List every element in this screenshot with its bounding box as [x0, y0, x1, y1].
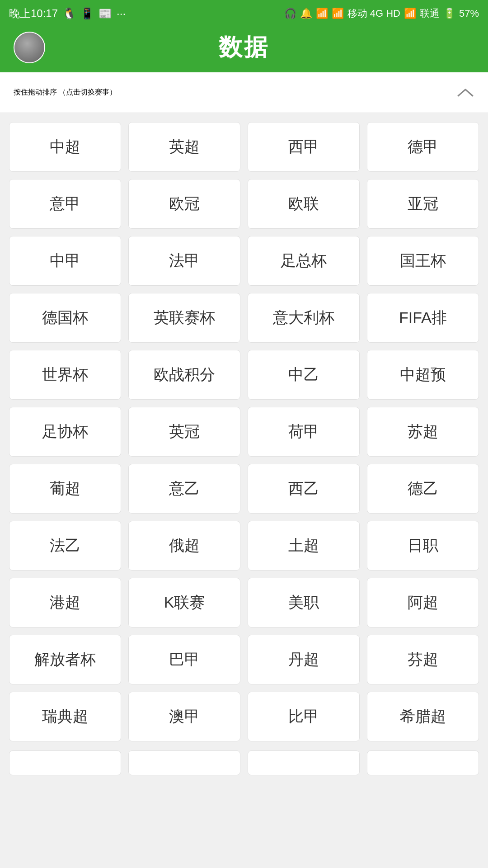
chevron-up-icon[interactable]	[456, 84, 474, 102]
league-item-22[interactable]: 荷甲	[248, 407, 360, 457]
league-item-15[interactable]: FIFA排	[367, 293, 479, 343]
league-item-3[interactable]: 德甲	[367, 122, 479, 172]
league-item-9[interactable]: 法甲	[128, 236, 240, 286]
page-title: 数据	[219, 32, 269, 63]
league-item-27[interactable]: 德乙	[367, 464, 479, 514]
news-icon: 📰	[99, 7, 112, 20]
league-item-37[interactable]: 巴甲	[128, 635, 240, 684]
league-item-6[interactable]: 欧联	[248, 179, 360, 229]
league-item-24[interactable]: 葡超	[9, 464, 121, 514]
partial-row	[0, 750, 488, 780]
notification-icon: 🐧	[62, 7, 76, 20]
sort-bar: 按住拖动排序 （点击切换赛事）	[0, 72, 488, 113]
league-item-39[interactable]: 芬超	[367, 635, 479, 684]
status-time: 晚上10:17	[9, 6, 58, 21]
league-item-29[interactable]: 俄超	[128, 521, 240, 571]
carrier2-label: 联通	[420, 7, 440, 20]
app-header: 数据	[0, 27, 488, 72]
signal2-icon: 📶	[404, 8, 416, 19]
league-item-33[interactable]: K联赛	[128, 578, 240, 627]
league-item-30[interactable]: 土超	[248, 521, 360, 571]
league-item-0[interactable]: 中超	[9, 122, 121, 172]
league-item-20[interactable]: 足协杯	[9, 407, 121, 457]
sort-label-main: 按住拖动排序	[14, 88, 57, 96]
msg-icon: 📱	[80, 7, 94, 20]
wifi-icon: 📶	[316, 8, 328, 19]
league-item-25[interactable]: 意乙	[128, 464, 240, 514]
league-item-34[interactable]: 美职	[248, 578, 360, 627]
league-item-28[interactable]: 法乙	[9, 521, 121, 571]
league-item-18[interactable]: 中乙	[248, 350, 360, 400]
league-item-36[interactable]: 解放者杯	[9, 635, 121, 684]
league-item-26[interactable]: 西乙	[248, 464, 360, 514]
league-item-7[interactable]: 亚冠	[367, 179, 479, 229]
signal-icon: 📶	[332, 8, 344, 19]
league-item-12[interactable]: 德国杯	[9, 293, 121, 343]
league-item-partial-3[interactable]	[367, 750, 479, 775]
league-grid: 中超英超西甲德甲意甲欧冠欧联亚冠中甲法甲足总杯国王杯德国杯英联赛杯意大利杯FIF…	[0, 113, 488, 750]
league-item-32[interactable]: 港超	[9, 578, 121, 627]
avatar[interactable]	[14, 32, 45, 63]
league-item-11[interactable]: 国王杯	[367, 236, 479, 286]
status-left: 晚上10:17 🐧 📱 📰 ···	[9, 6, 126, 21]
league-item-23[interactable]: 苏超	[367, 407, 479, 457]
league-item-21[interactable]: 英冠	[128, 407, 240, 457]
league-item-partial-2[interactable]	[248, 750, 360, 775]
league-item-43[interactable]: 希腊超	[367, 692, 479, 741]
avatar-image	[14, 33, 45, 63]
status-right: 🎧 🔔 📶 📶 移动 4G HD 📶 联通 🔋 57%	[284, 7, 479, 20]
league-item-40[interactable]: 瑞典超	[9, 692, 121, 741]
league-item-19[interactable]: 中超预	[367, 350, 479, 400]
league-item-1[interactable]: 英超	[128, 122, 240, 172]
league-item-4[interactable]: 意甲	[9, 179, 121, 229]
alarm-icon: 🔔	[300, 8, 312, 19]
league-item-5[interactable]: 欧冠	[128, 179, 240, 229]
league-item-partial-0[interactable]	[9, 750, 121, 775]
battery-label: 57%	[459, 8, 479, 19]
league-item-partial-1[interactable]	[128, 750, 240, 775]
league-item-38[interactable]: 丹超	[248, 635, 360, 684]
league-item-14[interactable]: 意大利杯	[248, 293, 360, 343]
league-item-10[interactable]: 足总杯	[248, 236, 360, 286]
ellipsis-icon: ···	[117, 7, 126, 20]
sort-label-sub: （点击切换赛事）	[59, 88, 117, 96]
league-item-35[interactable]: 阿超	[367, 578, 479, 627]
league-item-31[interactable]: 日职	[367, 521, 479, 571]
league-item-42[interactable]: 比甲	[248, 692, 360, 741]
league-item-8[interactable]: 中甲	[9, 236, 121, 286]
sort-label-container: 按住拖动排序 （点击切换赛事）	[14, 88, 117, 97]
headset-icon: 🎧	[284, 8, 296, 19]
league-item-13[interactable]: 英联赛杯	[128, 293, 240, 343]
league-item-41[interactable]: 澳甲	[128, 692, 240, 741]
status-bar: 晚上10:17 🐧 📱 📰 ··· 🎧 🔔 📶 📶 移动 4G HD 📶 联通 …	[0, 0, 488, 27]
league-item-16[interactable]: 世界杯	[9, 350, 121, 400]
carrier-label: 移动 4G HD	[347, 7, 400, 20]
battery-icon: 🔋	[443, 8, 455, 19]
league-item-2[interactable]: 西甲	[248, 122, 360, 172]
league-item-17[interactable]: 欧战积分	[128, 350, 240, 400]
